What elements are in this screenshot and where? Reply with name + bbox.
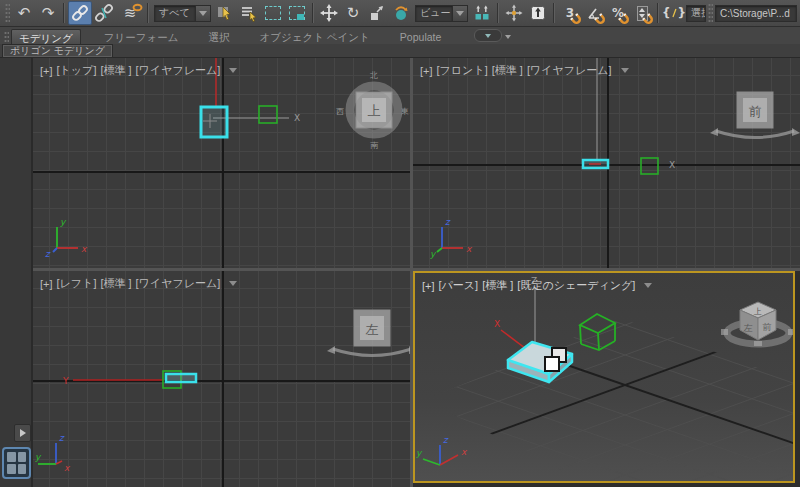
viewport-menu-icon[interactable] [621,68,629,73]
viewport-general-menu[interactable]: [+] [40,65,53,77]
tab-populate[interactable]: Populate [393,29,448,44]
selected-object-box[interactable] [583,160,608,168]
viewport-menu-icon[interactable] [644,283,652,288]
viewcube-left-face-label[interactable]: 左 [744,323,753,333]
bind-to-space-warp-button[interactable]: ≋ [116,1,144,25]
chevron-down-icon [199,11,207,16]
scene-front: X 前 z x y [413,58,800,268]
compass-east-label[interactable]: 東 [401,107,409,116]
selected-object-box[interactable] [166,374,196,382]
viewport-perspective[interactable]: [+] [パース] [標準 ] [既定のシェーディング] [413,271,795,483]
tab-selection[interactable]: 選択 [201,29,236,44]
percent-snap-toggle-button[interactable]: % [606,1,630,25]
select-and-rotate-button[interactable]: ↻ [341,1,365,25]
select-and-manipulate-button[interactable] [502,1,526,25]
viewport-layout-2x2-button[interactable] [2,447,31,479]
layout-cell [7,452,16,462]
viewcube-top[interactable]: 上 北 南 西 東 [336,71,409,150]
reference-coordinate-caret[interactable] [453,5,468,22]
viewport-style-menu[interactable]: [標準 ] [100,63,131,78]
redo-button[interactable]: ↷ [36,1,60,25]
selection-filter-dropdown[interactable]: すべて [154,5,211,22]
select-object-button[interactable] [213,1,237,25]
select-and-place-button[interactable] [389,1,413,25]
project-path-field[interactable]: C:\Storage\P...d [715,5,797,22]
viewcube-front-face-label[interactable]: 前 [763,322,772,332]
toolbar-separator [497,3,499,23]
compass-south-label[interactable]: 南 [370,141,379,150]
spinner-snap-toggle-button[interactable] [630,1,654,25]
tab-object-paint[interactable]: オブジェクト ペイント [252,29,376,44]
compass-north-label[interactable]: 北 [369,71,378,80]
orbit-arrows-icon[interactable] [716,131,794,138]
place-icon [392,4,410,22]
viewcube-face-label[interactable]: 上 [368,103,381,118]
edit-named-selection-sets-button[interactable]: { } [662,1,686,25]
viewport-workspace: [+] [トップ] [標準 ] [ワイヤフレーム] X [0,58,800,487]
viewport-perspective-label: [+] [パース] [標準 ] [既定のシェーディング] [422,278,652,293]
viewport-pov-menu[interactable]: [パース] [439,278,479,293]
viewcube-left[interactable]: 左 [327,310,410,356]
green-object-box[interactable] [259,106,277,123]
expand-layout-panel-button[interactable] [14,424,31,442]
select-and-link-button[interactable] [68,1,92,25]
viewport-general-menu[interactable]: [+] [420,65,433,77]
use-pivot-point-center-button[interactable] [470,1,494,25]
viewport-pov-menu[interactable]: [トップ] [57,63,97,78]
viewport-left[interactable]: [+] [レフト] [標準 ] [ワイヤフレーム] Y 左 [33,271,410,487]
tripod-y-label: y [416,448,423,458]
ribbon-drag-handle[interactable] [4,31,9,44]
toolbar-drag-handle[interactable] [5,3,10,23]
pivot-center-icon [473,4,491,22]
tripod-y-label: y [35,452,42,462]
undo-button[interactable]: ↶ [12,1,36,25]
selection-filter-caret[interactable] [196,5,211,22]
tab-freeform[interactable]: フリーフォーム [97,29,186,44]
named-selection-set-field[interactable]: 選択セット( [686,5,706,22]
viewport-style-menu[interactable]: [標準 ] [492,63,523,78]
viewcube-face-label[interactable]: 左 [366,322,379,337]
tripod-x-label: x [466,244,473,254]
viewport-style-menu[interactable]: [標準 ] [100,276,131,291]
keyboard-shortcut-override-button[interactable] [526,1,550,25]
viewport-shading-menu[interactable]: [ワイヤフレーム] [136,63,221,78]
toolbar-drag-handle[interactable] [708,3,713,23]
compass-west-label[interactable]: 西 [336,107,344,116]
viewport-front[interactable]: [+] [フロント] [標準 ] [ワイヤフレーム] X [413,58,800,268]
viewport-menu-icon[interactable] [229,281,237,286]
scale-icon [368,4,386,22]
viewport-shading-menu[interactable]: [既定のシェーディング] [517,278,635,293]
viewport-top-label: [+] [トップ] [標準 ] [ワイヤフレーム] [40,63,237,78]
gizmo-x-label: X [294,113,300,123]
viewport-general-menu[interactable]: [+] [422,280,435,292]
unlink-selection-button[interactable] [92,1,116,25]
viewport-pov-menu[interactable]: [レフト] [57,276,97,291]
window-crossing-toggle-button[interactable] [285,1,309,25]
viewcube-top-face-label[interactable]: 上 [753,307,762,316]
rectangular-selection-region-button[interactable] [261,1,285,25]
viewport-pov-menu[interactable]: [フロント] [437,63,488,78]
viewport-shading-menu[interactable]: [ワイヤフレーム] [527,63,612,78]
angle-snap-toggle-button[interactable] [582,1,606,25]
viewport-top[interactable]: [+] [トップ] [標準 ] [ワイヤフレーム] X [33,58,410,268]
viewcube-front[interactable]: 前 [710,92,800,138]
snap-toggle-3d-button[interactable]: 3 [558,1,582,25]
axis-tripod: y x z [45,217,88,259]
ribbon-minimize-button[interactable] [474,29,502,42]
select-and-move-button[interactable] [317,1,341,25]
viewport-general-menu[interactable]: [+] [40,278,53,290]
select-by-name-button[interactable] [237,1,261,25]
selected-object-box[interactable] [201,107,227,137]
tab-modeling[interactable]: モデリング [11,29,81,44]
viewport-menu-icon[interactable] [229,68,237,73]
viewcube-perspective[interactable]: 上 左 前 [721,302,793,346]
viewport-shading-menu[interactable]: [ワイヤフレーム] [136,276,221,291]
orbit-arrows-icon[interactable] [333,349,410,356]
ribbon-options-caret[interactable] [505,35,511,39]
polygon-modeling-panel-button[interactable]: ポリゴン モデリング [3,45,112,57]
green-object-cube[interactable] [580,314,615,350]
select-and-scale-button[interactable] [365,1,389,25]
viewport-style-menu[interactable]: [標準 ] [482,278,513,293]
reference-coordinate-dropdown[interactable]: ビュー [415,5,468,22]
viewcube-face-label[interactable]: 前 [749,104,762,119]
